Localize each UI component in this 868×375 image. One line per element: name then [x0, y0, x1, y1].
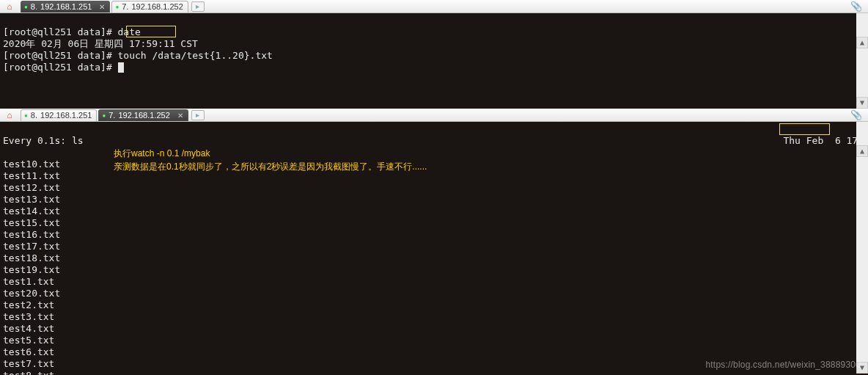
close-icon[interactable]: ✕: [99, 3, 105, 11]
top-pane: ⌂ ● 8. 192.168.1.251 ✕ ● 7. 192.168.1.25…: [0, 0, 868, 109]
new-tab-button[interactable]: ▸: [191, 1, 205, 12]
terminal-cursor: [118, 62, 124, 73]
annotation-line-2: 亲测数据是在0.1秒就同步了，之所以有2秒误差是因为我截图慢了。手速不行....…: [114, 160, 427, 173]
tab-ip: 192.168.1.252: [131, 2, 183, 11]
tab-bot-1[interactable]: ● 7. 192.168.1.252 ✕: [98, 109, 188, 121]
scroll-up-icon[interactable]: ▲: [856, 37, 868, 48]
top-terminal[interactable]: [root@qll251 data]# date 2020年 02月 06日 星…: [0, 13, 868, 109]
status-dot-icon: ●: [24, 112, 28, 119]
status-dot-icon: ●: [102, 112, 106, 119]
scroll-down-icon[interactable]: ▼: [856, 97, 868, 109]
tab-index: 7.: [122, 2, 128, 11]
tab-ip: 192.168.1.251: [40, 111, 92, 120]
annotation-line-1: 执行watch -n 0.1 /mybak: [114, 147, 427, 160]
close-icon[interactable]: ✕: [177, 112, 183, 120]
watch-header-date-pre: Thu Feb 6: [783, 135, 846, 146]
top-tab-bar: ⌂ ● 8. 192.168.1.251 ✕ ● 7. 192.168.1.25…: [0, 0, 868, 13]
tab-index: 8.: [31, 111, 37, 120]
scrollbar[interactable]: ▲ ▼: [856, 13, 868, 109]
attachment-icon[interactable]: 📎: [850, 109, 867, 120]
scroll-up-icon[interactable]: ▲: [856, 145, 868, 157]
highlight-box-bottom: [779, 123, 830, 135]
tab-index: 7.: [108, 111, 115, 120]
home-button[interactable]: ⌂: [1, 1, 18, 12]
status-dot-icon: ●: [24, 4, 28, 10]
watermark: https://blog.csdn.net/weixin_38889300: [705, 359, 861, 371]
home-icon: ⌂: [7, 110, 12, 120]
bottom-tab-bar: ⌂ ● 8. 192.168.1.251 ● 7. 192.168.1.252 …: [0, 109, 868, 122]
cmd-touch: touch /data/test{1..20}.txt: [118, 50, 273, 61]
tab-top-0[interactable]: ● 8. 192.168.1.251 ✕: [21, 1, 110, 12]
home-button[interactable]: ⌂: [1, 109, 18, 121]
scroll-down-icon[interactable]: ▼: [856, 362, 868, 374]
file-list: test10.txt test11.txt test12.txt test13.…: [3, 159, 60, 375]
cmd-date: date: [118, 26, 141, 37]
annotation-overlay: 执行watch -n 0.1 /mybak 亲测数据是在0.1秒就同步了，之所以…: [114, 147, 427, 173]
watch-header-left: Every 0.1s: ls: [3, 135, 84, 146]
attachment-icon[interactable]: 📎: [850, 1, 867, 12]
tab-bot-0[interactable]: ● 8. 192.168.1.251: [21, 109, 97, 121]
home-icon: ⌂: [7, 1, 12, 12]
prompt: [root@qll251 data]#: [3, 50, 118, 61]
tab-ip: 192.168.1.252: [118, 111, 169, 120]
prompt: [root@qll251 data]#: [3, 62, 118, 73]
bottom-terminal[interactable]: Every 0.1s: ls Thu Feb 6 17:59:13 2020 t…: [0, 122, 868, 374]
date-output: 2020年 02月 06日 星期四 17:59:11 CST: [3, 38, 198, 49]
scrollbar[interactable]: ▲ ▼: [856, 122, 868, 374]
status-dot-icon: ●: [115, 4, 119, 10]
bottom-pane: ⌂ ● 8. 192.168.1.251 ● 7. 192.168.1.252 …: [0, 109, 868, 374]
prompt: [root@qll251 data]#: [3, 26, 118, 37]
new-tab-button[interactable]: ▸: [191, 110, 205, 120]
tab-top-1[interactable]: ● 7. 192.168.1.252: [111, 1, 188, 12]
tab-index: 8.: [31, 2, 37, 11]
tab-ip: 192.168.1.251: [40, 2, 92, 11]
